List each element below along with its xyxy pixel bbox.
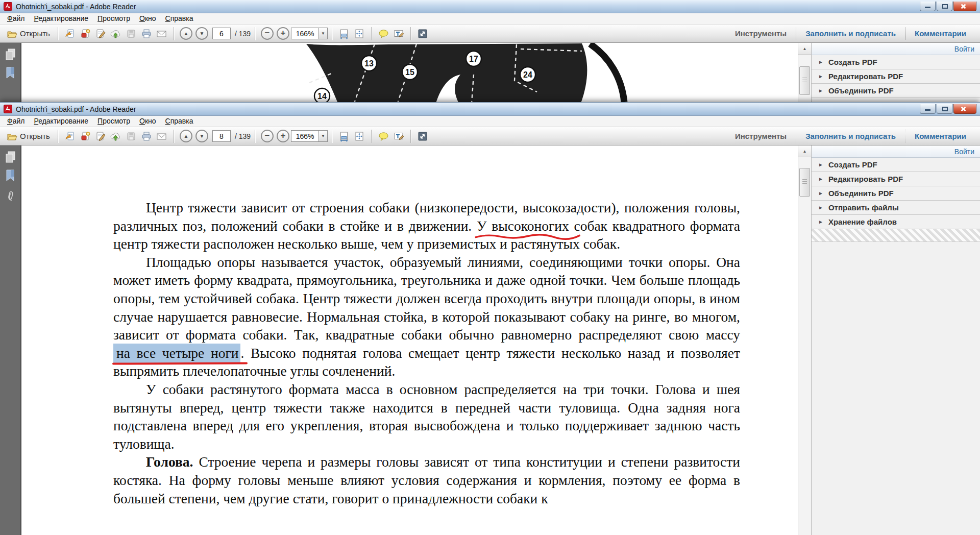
panel-item-combine-pdf[interactable]: ► Объединить PDF bbox=[812, 186, 980, 201]
next-page-button[interactable]: ▼ bbox=[195, 27, 208, 40]
menu-edit[interactable]: Редактирование bbox=[29, 116, 93, 127]
close-button-icon[interactable] bbox=[953, 104, 976, 114]
comment-button[interactable] bbox=[376, 26, 391, 41]
tools-panel: Войти ► Создать PDF ► Редактировать PDF … bbox=[811, 145, 980, 535]
zoom-out-button[interactable]: − bbox=[261, 27, 274, 40]
adobe-reader-window-front: Ohotnich'i_sobaki.pdf - Adobe Reader Фай… bbox=[0, 102, 980, 535]
diagram-label: 24 bbox=[523, 70, 532, 79]
panel-item-edit-pdf[interactable]: ► Редактировать PDF bbox=[812, 69, 980, 84]
panel-item-label: Создать PDF bbox=[828, 58, 877, 66]
diagram-label: 15 bbox=[405, 68, 414, 77]
menu-edit[interactable]: Редактирование bbox=[29, 13, 93, 24]
zoom-out-button[interactable]: − bbox=[261, 130, 274, 142]
document-canvas-page8[interactable]: Центр тяжести зависит от строения собаки… bbox=[21, 145, 798, 535]
bookmarks-icon[interactable] bbox=[4, 66, 16, 80]
page-thumbnails-icon[interactable] bbox=[4, 47, 17, 61]
email-button[interactable] bbox=[154, 129, 169, 144]
menu-help[interactable]: Справка bbox=[161, 13, 198, 24]
title-bar[interactable]: Ohotnich'i_sobaki.pdf - Adobe Reader bbox=[0, 103, 980, 116]
menu-view[interactable]: Просмотр bbox=[93, 116, 135, 127]
create-pdf-button[interactable] bbox=[78, 26, 93, 41]
send-online-button[interactable] bbox=[108, 129, 124, 144]
next-page-button[interactable]: ▼ bbox=[195, 130, 208, 142]
email-button[interactable] bbox=[154, 26, 169, 41]
tools-button[interactable]: Инструменты bbox=[726, 127, 796, 145]
panel-item-label: Редактировать PDF bbox=[828, 175, 903, 183]
scroll-up-button[interactable]: ▲ bbox=[798, 145, 811, 157]
export-pdf-button[interactable] bbox=[62, 26, 78, 41]
open-button[interactable]: Открыть bbox=[5, 26, 54, 41]
maximize-button-icon[interactable] bbox=[937, 2, 952, 11]
zoom-dropdown-button[interactable]: ▼ bbox=[318, 130, 328, 142]
page-number-input[interactable] bbox=[212, 28, 231, 39]
scroll-up-button[interactable]: ▲ bbox=[798, 43, 811, 55]
vertical-scrollbar[interactable]: ▲ bbox=[798, 43, 811, 103]
document-canvas-page6[interactable]: 13 15 17 24 14 bbox=[21, 43, 798, 103]
fullscreen-button[interactable] bbox=[415, 129, 430, 144]
zoom-level-input[interactable] bbox=[291, 28, 318, 39]
bookmarks-icon[interactable] bbox=[4, 169, 16, 182]
maximize-button-icon[interactable] bbox=[937, 104, 952, 114]
zoom-in-button[interactable]: + bbox=[277, 27, 289, 40]
create-pdf-button[interactable] bbox=[78, 129, 93, 144]
panel-item-edit-pdf[interactable]: ► Редактировать PDF bbox=[812, 172, 980, 186]
fit-width-button[interactable] bbox=[336, 26, 352, 41]
panel-item-combine-pdf[interactable]: ► Объединить PDF bbox=[812, 84, 980, 98]
highlighted-selected-phrase[interactable]: на все четыре ноги bbox=[113, 344, 240, 363]
fill-sign-tool-button[interactable] bbox=[391, 26, 406, 41]
minus-icon: − bbox=[265, 131, 270, 140]
fill-and-sign-button[interactable]: Заполнить и подписать bbox=[796, 25, 905, 42]
menu-help[interactable]: Справка bbox=[161, 116, 198, 127]
menu-file[interactable]: Файл bbox=[3, 116, 29, 127]
zoom-dropdown-button[interactable]: ▼ bbox=[318, 28, 328, 39]
close-button-icon[interactable] bbox=[953, 2, 976, 11]
sign-in-link[interactable]: Войти bbox=[954, 148, 974, 156]
open-button[interactable]: Открыть bbox=[5, 129, 54, 144]
page-thumbnails-icon[interactable] bbox=[4, 150, 17, 163]
page-number-input[interactable] bbox=[212, 130, 231, 142]
panel-item-create-pdf[interactable]: ► Создать PDF bbox=[812, 55, 980, 69]
fill-and-sign-button[interactable]: Заполнить и подписать bbox=[796, 127, 905, 145]
vertical-scrollbar[interactable]: ▲ bbox=[798, 145, 811, 535]
fullscreen-button[interactable] bbox=[415, 26, 430, 41]
print-button[interactable] bbox=[139, 26, 154, 41]
down-arrow-icon: ▼ bbox=[199, 31, 204, 36]
menu-window[interactable]: Окно bbox=[135, 13, 161, 24]
tools-button[interactable]: Инструменты bbox=[726, 25, 796, 42]
comments-button[interactable]: Комментарии bbox=[905, 127, 975, 145]
panel-item-send-files[interactable]: ► Отправить файлы bbox=[812, 201, 980, 215]
sign-document-button[interactable] bbox=[93, 129, 108, 144]
scrollbar-thumb[interactable] bbox=[799, 168, 810, 197]
scrollbar-thumb[interactable] bbox=[799, 66, 810, 95]
panel-item-store-files[interactable]: ► Хранение файлов bbox=[812, 215, 980, 229]
sign-in-link[interactable]: Войти bbox=[954, 45, 974, 53]
fit-width-button[interactable] bbox=[336, 129, 352, 144]
minimize-button-icon[interactable] bbox=[920, 104, 936, 114]
panel-item-create-pdf[interactable]: ► Создать PDF bbox=[812, 158, 980, 172]
export-pdf-button[interactable] bbox=[62, 129, 78, 144]
menu-view[interactable]: Просмотр bbox=[93, 13, 135, 24]
previous-page-button[interactable]: ▲ bbox=[180, 27, 192, 40]
fit-page-icon bbox=[354, 28, 365, 39]
fit-page-button[interactable] bbox=[352, 129, 367, 144]
sign-document-button[interactable] bbox=[93, 26, 108, 41]
save-button[interactable] bbox=[124, 129, 139, 144]
fill-sign-tool-button[interactable] bbox=[391, 129, 406, 144]
attachments-paperclip-icon[interactable] bbox=[4, 188, 16, 203]
menu-window[interactable]: Окно bbox=[135, 116, 161, 127]
zoom-level-input[interactable] bbox=[291, 130, 318, 142]
expand-arrow-icon: ► bbox=[818, 74, 823, 79]
fit-page-button[interactable] bbox=[352, 26, 367, 41]
send-online-button[interactable] bbox=[108, 26, 124, 41]
previous-page-button[interactable]: ▲ bbox=[180, 130, 192, 142]
email-envelope-icon bbox=[156, 28, 167, 39]
save-button[interactable] bbox=[124, 26, 139, 41]
menu-file[interactable]: Файл bbox=[3, 13, 29, 24]
minimize-button-icon[interactable] bbox=[920, 2, 936, 11]
comments-button[interactable]: Комментарии bbox=[905, 25, 975, 42]
comment-button[interactable] bbox=[376, 129, 391, 144]
create-pdf-icon bbox=[80, 28, 91, 39]
title-bar[interactable]: Ohotnich'i_sobaki.pdf - Adobe Reader bbox=[0, 0, 980, 13]
print-button[interactable] bbox=[139, 129, 154, 144]
zoom-in-button[interactable]: + bbox=[277, 130, 289, 142]
